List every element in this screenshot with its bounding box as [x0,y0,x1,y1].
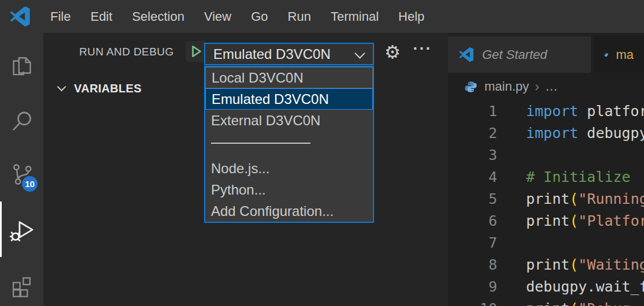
sidebar-item-explorer[interactable] [0,49,43,85]
menu-item-help[interactable]: Help [388,0,434,33]
tab-get-started[interactable]: Get Started [448,36,591,73]
menu-bar: FileEditSelectionViewGoRunTerminalHelp [40,0,434,33]
vscode-logo-icon [9,6,31,27]
line-number: 1 [448,100,497,122]
debug-configuration-dropdown: Local D3VC0NEmulated D3VC0NExternal D3VC… [204,66,374,223]
python-icon [604,47,608,62]
run-and-debug-panel: RUN AND DEBUG Emulated D3VC0N ⚙ ··· VARI… [43,33,448,306]
code-line: 8print("Waiting [448,254,644,276]
start-debugging-button[interactable] [186,41,206,62]
line-number: 2 [448,122,497,144]
tab-label: ma [616,47,634,62]
tab-main-py[interactable]: ma [594,36,644,73]
line-number: 10 [448,298,497,306]
menu-item-run[interactable]: Run [278,0,321,33]
code-editor[interactable]: 1import platform2import debugpy34# Initi… [448,100,644,306]
code-line: 3 [448,144,644,166]
line-number: 6 [448,210,497,232]
source-control-badge: 10 [22,176,38,192]
dropdown-option[interactable]: External D3VC0N [205,110,373,131]
python-icon [464,80,478,94]
run-and-debug-icon [8,217,36,245]
files-icon [10,55,34,79]
sidebar-item-extensions[interactable] [0,267,43,303]
sidebar-item-search[interactable] [0,103,43,139]
tab-label: Get Started [482,47,547,62]
play-icon [188,44,203,59]
search-icon [10,109,34,133]
sidebar-item-run-and-debug[interactable] [0,213,43,249]
dropdown-option[interactable]: Local D3VC0N [205,67,373,88]
more-actions-button[interactable]: ··· [410,38,435,59]
breadcrumb-symbol: … [545,79,558,94]
ellipsis-icon: ··· [413,40,432,58]
activity-bar: 10 [0,33,43,306]
variables-section-label: VARIABLES [74,82,142,95]
title-bar: FileEditSelectionViewGoRunTerminalHelp [0,0,644,33]
breadcrumb-file: main.py [484,79,529,94]
chevron-down-icon [354,48,365,58]
menu-item-terminal[interactable]: Terminal [321,0,388,33]
extensions-icon [9,272,35,298]
menu-item-file[interactable]: File [40,0,80,33]
sidebar-item-source-control[interactable]: 10 [0,156,43,192]
gear-icon: ⚙ [384,42,401,62]
debug-configuration-select[interactable]: Emulated D3VC0N [204,43,374,65]
code-line: 4# Initialize [448,166,644,188]
dropdown-option[interactable]: Emulated D3VC0N [205,88,373,110]
line-number: 3 [448,144,497,166]
variables-section-header[interactable]: VARIABLES [43,77,203,100]
code-line: 6print("Platform [448,210,644,232]
code-line: 5print("Running [448,188,644,210]
breadcrumb-chevron-icon: › [535,79,539,95]
code-line: 1import platform [448,100,644,122]
open-launch-json-button[interactable]: ⚙ [381,41,404,63]
dropdown-separator [205,135,373,152]
line-number: 7 [448,232,497,254]
panel-title: RUN AND DEBUG [79,46,174,58]
line-number: 8 [448,254,497,276]
dropdown-option[interactable]: Python... [205,179,373,200]
line-number: 5 [448,188,497,210]
code-line: 7 [448,232,644,254]
line-number: 4 [448,166,497,188]
vscode-logo-icon [458,47,474,62]
vscode-window: FileEditSelectionViewGoRunTerminalHelp [0,0,644,306]
editor-tab-bar: Get Started ma [448,33,644,73]
menu-item-go[interactable]: Go [241,0,277,33]
menu-item-view[interactable]: View [194,0,241,33]
breadcrumb[interactable]: main.py › … [448,73,644,100]
menu-item-selection[interactable]: Selection [122,0,194,33]
editor-group: Get Started ma main.py › … 1import platf… [448,33,644,306]
code-line: 9debugpy.wait_for [448,276,644,298]
dropdown-option[interactable]: Node.js... [205,158,373,179]
code-line: 10print("Debug [448,298,644,306]
line-number: 9 [448,276,497,298]
menu-item-edit[interactable]: Edit [80,0,122,33]
dropdown-option[interactable]: Add Configuration... [205,200,373,222]
code-line: 2import debugpy [448,122,644,144]
debug-configuration-value: Emulated D3VC0N [213,46,331,62]
chevron-down-icon [57,82,66,91]
